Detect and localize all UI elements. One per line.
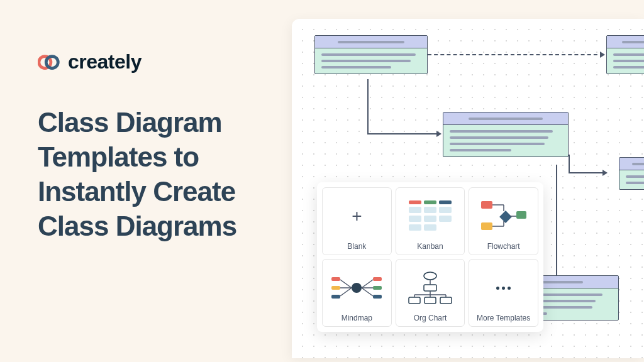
svg-rect-4 xyxy=(439,200,452,204)
svg-point-35 xyxy=(424,272,436,280)
arrow-icon xyxy=(600,52,605,58)
svg-rect-13 xyxy=(481,201,492,209)
template-tile-more[interactable]: More Templates xyxy=(469,259,538,327)
svg-rect-32 xyxy=(373,277,382,281)
svg-rect-7 xyxy=(439,207,452,213)
svg-rect-36 xyxy=(424,285,436,291)
class-node[interactable] xyxy=(606,35,644,74)
svg-rect-3 xyxy=(424,200,436,204)
svg-rect-30 xyxy=(331,286,340,290)
template-tile-orgchart[interactable]: Org Chart xyxy=(396,259,465,327)
svg-rect-6 xyxy=(424,207,436,213)
connector xyxy=(367,133,439,134)
class-node[interactable] xyxy=(443,112,569,157)
tile-label: Flowchart xyxy=(487,242,520,251)
connector-dashed xyxy=(428,54,604,55)
arrow-icon xyxy=(602,170,608,176)
connector xyxy=(556,165,557,275)
template-tile-flowchart[interactable]: Flowchart xyxy=(469,187,538,255)
svg-rect-10 xyxy=(439,216,452,222)
diagram-canvas[interactable]: + Blank Kanban xyxy=(292,19,644,358)
svg-rect-29 xyxy=(331,277,340,281)
template-picker-panel: + Blank Kanban xyxy=(317,182,543,332)
svg-rect-37 xyxy=(409,297,420,304)
more-icon xyxy=(496,287,511,290)
class-node[interactable] xyxy=(619,157,644,190)
brand-name: creately xyxy=(68,50,142,74)
svg-line-25 xyxy=(340,288,352,296)
svg-rect-5 xyxy=(409,207,421,213)
tile-label: Org Chart xyxy=(414,314,447,322)
tile-label: More Templates xyxy=(477,314,530,322)
page-headline: Class Diagram Templates to Instantly Cre… xyxy=(38,105,302,243)
svg-rect-31 xyxy=(331,295,340,299)
svg-rect-8 xyxy=(409,216,421,222)
mindmap-icon xyxy=(326,265,387,311)
svg-line-23 xyxy=(340,280,352,288)
flowchart-icon xyxy=(473,193,534,239)
connector xyxy=(367,79,369,134)
svg-rect-12 xyxy=(424,224,436,231)
svg-rect-38 xyxy=(425,297,436,304)
svg-line-28 xyxy=(362,288,373,296)
logo-icon xyxy=(38,53,62,71)
tile-label: Kanban xyxy=(417,242,443,251)
connector xyxy=(569,155,570,172)
svg-rect-2 xyxy=(409,200,421,204)
template-tile-blank[interactable]: + Blank xyxy=(322,187,392,255)
tile-label: Blank xyxy=(347,242,366,251)
svg-rect-11 xyxy=(409,224,421,231)
class-node[interactable] xyxy=(314,35,428,74)
plus-icon: + xyxy=(352,206,362,226)
tile-label: Mindmap xyxy=(341,314,372,322)
template-tile-kanban[interactable]: Kanban xyxy=(396,187,465,255)
template-tile-mindmap[interactable]: Mindmap xyxy=(322,259,392,327)
svg-point-22 xyxy=(352,283,362,293)
svg-rect-14 xyxy=(481,222,492,230)
svg-rect-34 xyxy=(373,295,382,299)
svg-rect-16 xyxy=(499,211,512,223)
svg-rect-33 xyxy=(373,286,382,290)
svg-line-26 xyxy=(362,280,373,288)
brand-logo: creately xyxy=(38,50,302,74)
svg-rect-15 xyxy=(516,211,526,219)
svg-rect-9 xyxy=(424,216,436,222)
connector xyxy=(569,172,606,173)
svg-rect-39 xyxy=(440,297,452,304)
orgchart-icon xyxy=(400,265,461,311)
kanban-icon xyxy=(400,193,461,239)
arrow-icon xyxy=(436,131,441,137)
